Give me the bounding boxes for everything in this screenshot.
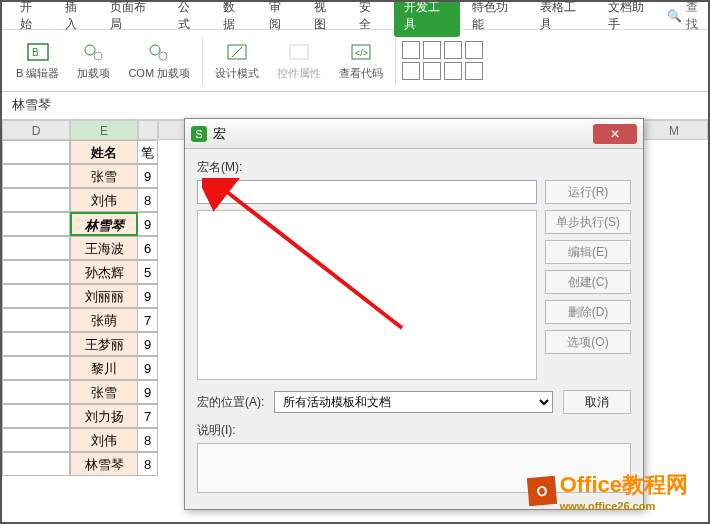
cell[interactable] [2, 236, 70, 260]
svg-line-7 [232, 47, 242, 57]
cell[interactable] [2, 356, 70, 380]
cell-name[interactable]: 林雪琴 [70, 452, 138, 476]
tab-formula[interactable]: 公式 [168, 0, 211, 37]
cell[interactable]: 9 [138, 164, 158, 188]
cell[interactable]: 8 [138, 188, 158, 212]
control-item[interactable] [423, 41, 441, 59]
options-button[interactable]: 选项(O) [545, 330, 631, 354]
cell[interactable] [2, 140, 70, 164]
cell[interactable]: 5 [138, 260, 158, 284]
cell[interactable]: 9 [138, 212, 158, 236]
cell-name[interactable]: 孙杰辉 [70, 260, 138, 284]
edit-button[interactable]: 编辑(E) [545, 240, 631, 264]
macro-name-input[interactable] [197, 180, 537, 204]
cell[interactable]: 8 [138, 452, 158, 476]
ribbon: B B 编辑器 加载项 COM 加载项 设计模式 控件属性 </> 查看代码 [2, 30, 708, 92]
cell-name[interactable]: 王海波 [70, 236, 138, 260]
cell[interactable] [2, 332, 70, 356]
cell[interactable]: 7 [138, 308, 158, 332]
cell-name[interactable]: 姓名 [70, 140, 138, 164]
search-label: 查找 [686, 0, 708, 33]
cell[interactable] [2, 380, 70, 404]
com-addin-button[interactable]: COM 加载项 [122, 40, 196, 81]
col-header[interactable]: E [70, 120, 138, 140]
tab-start[interactable]: 开始 [10, 0, 53, 37]
tab-view[interactable]: 视图 [304, 0, 347, 37]
cell-name[interactable]: 刘伟 [70, 428, 138, 452]
cell[interactable] [2, 164, 70, 188]
cell[interactable]: 8 [138, 428, 158, 452]
cell[interactable]: 7 [138, 404, 158, 428]
addin-button[interactable]: 加载项 [71, 40, 116, 81]
col-header[interactable]: D [2, 120, 70, 140]
control-item[interactable] [465, 41, 483, 59]
tab-developer[interactable]: 开发工具 [394, 0, 460, 37]
control-item[interactable] [444, 62, 462, 80]
cell[interactable] [2, 212, 70, 236]
cell-name[interactable]: 刘力扬 [70, 404, 138, 428]
formula-bar[interactable]: 林雪琴 [2, 92, 708, 120]
dialog-titlebar[interactable]: S 宏 ✕ [185, 119, 643, 149]
cell[interactable] [2, 428, 70, 452]
run-button[interactable]: 运行(R) [545, 180, 631, 204]
svg-text:B: B [32, 47, 39, 58]
cell-name[interactable]: 王梦丽 [70, 332, 138, 356]
design-mode-icon [223, 40, 251, 64]
cell[interactable]: 笔 [138, 140, 158, 164]
separator [202, 37, 203, 85]
cell-name[interactable]: 张萌 [70, 308, 138, 332]
controls-palette[interactable] [402, 41, 483, 80]
control-item[interactable] [402, 62, 420, 80]
cancel-button[interactable]: 取消 [563, 390, 631, 414]
watermark-icon: O [526, 476, 556, 506]
control-item[interactable] [444, 41, 462, 59]
cell-name[interactable]: 张雪 [70, 164, 138, 188]
cell[interactable] [2, 404, 70, 428]
cell[interactable]: 9 [138, 356, 158, 380]
cell-name[interactable]: 黎川 [70, 356, 138, 380]
control-item[interactable] [465, 62, 483, 80]
tab-table-tools[interactable]: 表格工具 [530, 0, 596, 37]
control-item[interactable] [423, 62, 441, 80]
delete-button[interactable]: 删除(D) [545, 300, 631, 324]
close-button[interactable]: ✕ [593, 124, 637, 144]
step-button[interactable]: 单步执行(S) [545, 210, 631, 234]
tab-doc-assist[interactable]: 文档助手 [598, 0, 664, 37]
col-header[interactable]: M [640, 120, 708, 140]
cell[interactable] [2, 284, 70, 308]
col-header[interactable] [138, 120, 158, 140]
dialog-title: 宏 [213, 125, 226, 143]
cell[interactable]: 6 [138, 236, 158, 260]
separator [395, 37, 396, 85]
design-mode-button[interactable]: 设计模式 [209, 40, 265, 81]
create-button[interactable]: 创建(C) [545, 270, 631, 294]
cell[interactable]: 9 [138, 284, 158, 308]
macro-list[interactable] [197, 210, 537, 380]
svg-point-3 [94, 52, 102, 60]
control-item[interactable] [402, 41, 420, 59]
cell[interactable]: 9 [138, 332, 158, 356]
tab-data[interactable]: 数据 [213, 0, 256, 37]
cell[interactable] [2, 308, 70, 332]
search-area[interactable]: 🔍 查找 [667, 0, 708, 33]
desc-label: 说明(I): [197, 422, 631, 439]
tab-review[interactable]: 审阅 [259, 0, 302, 37]
cell[interactable] [2, 452, 70, 476]
ribbon-tabs: 开始 插入 页面布局 公式 数据 审阅 视图 安全 开发工具 特色功能 表格工具… [2, 2, 708, 30]
view-code-button[interactable]: </> 查看代码 [333, 40, 389, 81]
tab-features[interactable]: 特色功能 [462, 0, 528, 37]
cell-name[interactable]: 张雪 [70, 380, 138, 404]
tab-insert[interactable]: 插入 [55, 0, 98, 37]
vb-editor-button[interactable]: B B 编辑器 [10, 40, 65, 81]
tab-layout[interactable]: 页面布局 [100, 0, 166, 37]
cell[interactable] [2, 188, 70, 212]
cell-name[interactable]: 刘丽丽 [70, 284, 138, 308]
cell-name[interactable]: 刘伟 [70, 188, 138, 212]
cell-name[interactable]: 林雪琴 [70, 212, 138, 236]
tab-security[interactable]: 安全 [349, 0, 392, 37]
addin-icon [80, 40, 108, 64]
cell[interactable] [2, 260, 70, 284]
search-icon: 🔍 [667, 9, 682, 23]
location-select[interactable]: 所有活动模板和文档 [274, 391, 553, 413]
cell[interactable]: 9 [138, 380, 158, 404]
